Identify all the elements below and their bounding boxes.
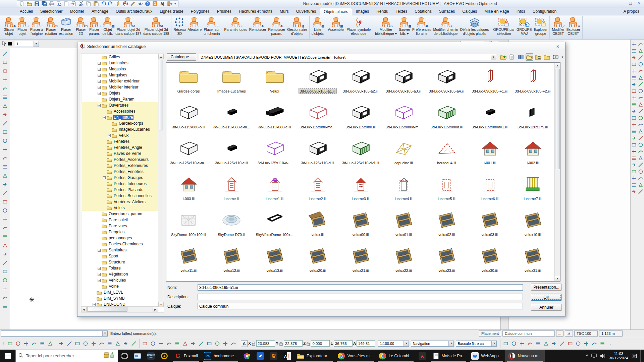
- right-tool-icon-22[interactable]: [638, 108, 644, 114]
- right-tool-icon-38[interactable]: [638, 162, 644, 168]
- save-icon[interactable]: [33, 1, 40, 7]
- file-item-3d-luc-115x080-c-m[interactable]: 3d-Luc-115x080-c-m...: [210, 100, 253, 136]
- tree-item-sanitaires[interactable]: +Sanitaires: [81, 247, 158, 253]
- mode-combo[interactable]: Navigation▼: [411, 341, 454, 347]
- ribbon-exploser-objet-button[interactable]: ∎ExploserOBJET: [566, 16, 581, 36]
- highlight-icon[interactable]: O: [151, 1, 158, 7]
- file-item-3d-luc-115x080d-m[interactable]: 3d-Luc-115x080d-m...: [382, 100, 425, 136]
- taskbar-app-mail-card[interactable]: [131, 350, 144, 362]
- tree-item-sport[interactable]: Sport: [81, 253, 158, 259]
- taskbar-app-adobe-red[interactable]: A: [416, 350, 429, 362]
- file-item-velux00-iii[interactable]: velux00.iii: [339, 207, 382, 243]
- folder-search-icon[interactable]: [534, 53, 542, 61]
- left-tool-icon-27[interactable]: [1, 276, 9, 284]
- right-tool-icon-30[interactable]: [638, 135, 644, 141]
- status-tool-icon-3[interactable]: [22, 340, 30, 347]
- expand-icon[interactable]: +: [98, 279, 101, 282]
- right-tool-icon-43[interactable]: [631, 182, 637, 188]
- copy-icon[interactable]: [85, 1, 92, 7]
- ribbon-modifier-chemin-de-biblioth-que-button[interactable]: ≡Modifier cheminde bibliothèque: [432, 16, 459, 36]
- catalog-book-icon[interactable]: [517, 53, 525, 61]
- tree-item-poeles-cheminees[interactable]: Poeles-Cheminees: [81, 241, 158, 247]
- tree-item-portes-ascenseurs[interactable]: Portes_Ascenseurs: [81, 157, 158, 163]
- tree-item-portes-fen-tres[interactable]: Portes_Fenêtres: [81, 169, 158, 175]
- paste-icon[interactable]: [92, 1, 99, 7]
- left-tool-icon-25[interactable]: [1, 259, 9, 267]
- exit-icon[interactable]: [166, 1, 173, 7]
- file-item-velux30-iii[interactable]: velux30.iii: [468, 243, 511, 279]
- tree-item-objets-param[interactable]: Objets_Param: [81, 96, 158, 102]
- more-button[interactable]: ...: [556, 330, 564, 337]
- tree-item-structure[interactable]: Structure: [81, 259, 158, 265]
- save-all-icon[interactable]: [41, 1, 48, 7]
- file-item-lucarne3-iii[interactable]: lucarne3.iii: [339, 172, 382, 207]
- command-input-combo[interactable]: ▼: [1, 330, 108, 337]
- tree-vertical-scrollbar[interactable]: ▲ ▼: [158, 54, 164, 307]
- status-right-icon-7[interactable]: [550, 340, 558, 347]
- notifications-icon[interactable]: [632, 354, 637, 358]
- tree-item-grilles[interactable]: Grilles: [81, 54, 158, 60]
- speaker-icon[interactable]: [600, 354, 605, 358]
- dialog-close-button[interactable]: ✕: [553, 43, 562, 50]
- current-color-swatch[interactable]: [8, 42, 12, 46]
- chevron-down-icon[interactable]: ▼: [102, 331, 107, 336]
- right-tool-icon-12[interactable]: [638, 74, 644, 81]
- tree-item-pav-s-de-verre[interactable]: Pavés de Verre: [81, 150, 158, 157]
- ribbon-liste-d-objets-button[interactable]: ▤Listed'objets: [311, 16, 325, 36]
- ribbon-remplacer-button[interactable]: ↻Remplacer: [248, 16, 267, 36]
- status-tool-icon-10[interactable]: [82, 340, 89, 347]
- status-tool-icon-12[interactable]: [98, 340, 105, 347]
- left-tool-icon-17[interactable]: [1, 189, 9, 197]
- tree-item-marquises[interactable]: +Marquises: [81, 72, 158, 78]
- left-tool-icon-24[interactable]: [1, 250, 9, 258]
- view-eye-icon[interactable]: [137, 1, 144, 7]
- left-tool-icon-11[interactable]: [1, 137, 9, 145]
- status-tool-icon-22[interactable]: [181, 340, 189, 347]
- tree-item-fen-tres-angle[interactable]: Fenêtres_Angle: [81, 144, 158, 150]
- scale-combo[interactable]: 1:100.00▼: [378, 341, 409, 347]
- tab-cotations[interactable]: Cotations: [411, 8, 435, 15]
- file-item-3d-luc-090x165-a1-iii[interactable]: 3d-Luc-090x165-a1.iii: [296, 64, 339, 100]
- tree-item-voirie[interactable]: Voirie: [81, 283, 158, 289]
- file-item-velux02-iii[interactable]: velux02.iii: [425, 207, 468, 243]
- open-file-icon[interactable]: [26, 1, 33, 7]
- tab-mise-en-page[interactable]: Mise en Page: [481, 8, 513, 15]
- file-item-3d-luc-090x165-f2-iii[interactable]: 3d-Luc-090x165-F2.iii: [511, 64, 554, 100]
- status-right-icon-6[interactable]: [542, 340, 550, 347]
- ribbon-al-atoire-button[interactable]: Aléatoire: [187, 16, 203, 36]
- taskbar-app-foxmail[interactable]: GFoxmail: [171, 350, 201, 362]
- status-tool-icon-27[interactable]: [222, 340, 229, 347]
- expand-icon[interactable]: +: [93, 303, 96, 306]
- help-icon[interactable]: ?: [144, 1, 151, 7]
- right-tool-icon-45[interactable]: [631, 188, 637, 195]
- right-tool-icon-10[interactable]: [638, 68, 644, 74]
- status-overflow-button[interactable]: ⌄: [609, 342, 611, 345]
- file-item-3d-luc-120x175-iii[interactable]: 3d-Luc-120x175.iii: [511, 100, 554, 136]
- ribbon-objet-de-bib-button[interactable]: ▤Objetde bib.: [101, 16, 114, 36]
- left-tool-icon-29[interactable]: [1, 294, 9, 302]
- ribbon-assembler-button[interactable]: ▣Assembler: [327, 16, 346, 36]
- file-item-velux01-iii[interactable]: velux01.iii: [382, 207, 425, 243]
- status-tool-icon-19[interactable]: [157, 340, 165, 347]
- file-item-3d-luc-125x110-d-iii[interactable]: 3d-Luc-125x110-d.iii: [296, 136, 339, 172]
- file-item-3d-luc-115x080d-iii[interactable]: 3d-Luc-115x080d.iii: [425, 100, 468, 136]
- ribbon-placer-sur-un-chemin-button[interactable]: ~Placer surun chemin: [203, 16, 221, 36]
- file-item-3d-luc-125x110-dv1-iii[interactable]: 3d-Luc-125x110-dv1.iii: [339, 136, 382, 172]
- taskbar-app-mots-de-pa[interactable]: Mots de Pa...: [429, 350, 469, 362]
- right-tool-icon-32[interactable]: [638, 141, 644, 148]
- pen-tool-icon[interactable]: [129, 1, 136, 7]
- layer-tool-icon[interactable]: [565, 330, 573, 337]
- file-item-velux20-iii[interactable]: velux20.iii: [296, 243, 339, 279]
- status-right-icon-2[interactable]: [510, 340, 518, 347]
- text-format-icon[interactable]: A: [159, 1, 166, 7]
- left-tool-icon-13[interactable]: [1, 154, 9, 162]
- left-tool-icon-23[interactable]: [1, 241, 9, 249]
- left-tool-icon-18[interactable]: [1, 198, 9, 206]
- file-item-velux03-iii[interactable]: velux03.iii: [468, 207, 511, 243]
- import-icon[interactable]: [70, 1, 77, 7]
- print-preview-icon[interactable]: [55, 1, 62, 7]
- tree-item-verri-res-ateliers[interactable]: Verrières_Ateliers: [81, 199, 158, 205]
- tree-item-toiture[interactable]: +Toiture: [81, 265, 158, 271]
- start-button[interactable]: [0, 350, 15, 362]
- right-tool-icon-1[interactable]: [631, 41, 637, 47]
